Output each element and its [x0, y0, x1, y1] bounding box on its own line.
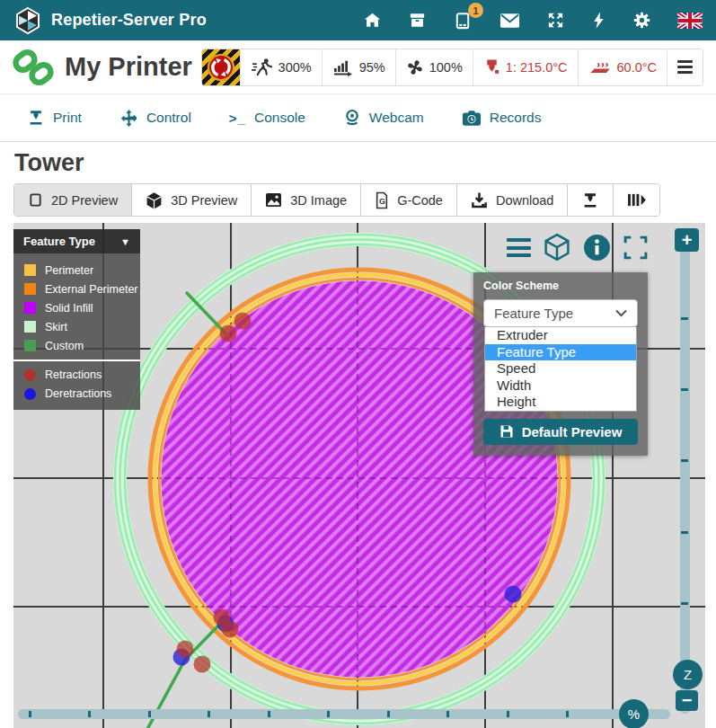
legend-marker-swatch	[24, 388, 36, 400]
power-icon[interactable]	[591, 11, 606, 30]
color-scheme-option[interactable]: Height	[485, 394, 636, 411]
legend-item-label: Custom	[45, 340, 84, 352]
speed-icon	[251, 58, 273, 76]
heated-bed-icon	[588, 58, 612, 76]
bed-temp-button[interactable]: 60.0°C	[578, 49, 667, 85]
color-scheme-option[interactable]: Width	[485, 377, 636, 395]
flow-icon	[332, 58, 354, 76]
fan-value: 100%	[429, 60, 463, 75]
chevron-down-icon	[615, 309, 627, 317]
slider-tick	[208, 711, 210, 717]
color-scheme-selected-value: Feature Type	[494, 306, 573, 321]
app-logo-icon	[13, 6, 42, 35]
legend-header[interactable]: Feature Type ▼	[13, 229, 140, 253]
view-3d-preview-button[interactable]: 3D Preview	[131, 184, 251, 216]
app-title: Repetier-Server Pro	[51, 11, 207, 30]
print-job-button[interactable]	[567, 184, 613, 216]
percent-mode-button[interactable]: %	[619, 699, 649, 728]
printer-status-toolbar: 300% 95%	[201, 49, 703, 86]
job-title: Tower	[14, 149, 716, 177]
speed-multiplier-button[interactable]: 300%	[240, 49, 322, 85]
chevron-down-icon: ▼	[120, 236, 130, 247]
extruder-temp-button[interactable]: 1: 215.0°C	[473, 49, 578, 85]
zoom-out-button[interactable]: −	[676, 690, 698, 711]
slider-tick	[681, 459, 688, 462]
app-brand[interactable]: Repetier-Server Pro	[13, 6, 207, 35]
slider-tick	[566, 711, 569, 717]
flow-multiplier-button[interactable]: 95%	[322, 49, 395, 85]
button-label: 2D Preview	[51, 193, 118, 208]
extruder-temp-value: 1: 215.0°C	[506, 60, 568, 75]
tab-webcam[interactable]: Webcam	[343, 109, 424, 127]
tab-control[interactable]: Control	[119, 109, 191, 128]
flow-value: 95%	[359, 60, 385, 75]
tab-records[interactable]: Records	[462, 110, 542, 127]
preview-menu-button[interactable]	[507, 238, 531, 257]
default-preview-button[interactable]: Default Preview	[483, 419, 638, 445]
slider-tick	[88, 711, 91, 717]
button-label: 3D Image	[290, 193, 347, 208]
color-scheme-select[interactable]: Feature Type	[483, 299, 638, 327]
color-scheme-option[interactable]: Speed	[485, 360, 636, 377]
gcode-file-icon: G	[375, 191, 389, 209]
legend-item: Perimeter	[13, 261, 140, 280]
preview-info-button[interactable]	[583, 234, 611, 262]
legend-item: Custom	[13, 336, 140, 355]
message-count-badge: 1	[468, 3, 483, 18]
preview-3d-mode-button[interactable]	[543, 233, 571, 262]
cube-icon	[146, 191, 163, 209]
speed-value: 300%	[278, 60, 312, 75]
view-3d-image-button[interactable]: 3D Image	[251, 184, 360, 216]
horizontal-progress-slider[interactable]	[18, 709, 670, 719]
tab-print[interactable]: Print	[27, 109, 82, 127]
z-mode-button[interactable]: Z	[673, 660, 703, 689]
legend-item-label: Perimeter	[45, 264, 93, 277]
view-2d-preview-button[interactable]: 2D Preview	[14, 184, 131, 216]
color-scheme-panel: Color Scheme Feature Type ExtruderFeatur…	[473, 272, 648, 456]
image-icon	[265, 192, 282, 208]
mail-icon[interactable]	[499, 13, 520, 29]
tab-label: Control	[146, 110, 191, 126]
emergency-stop-button[interactable]	[202, 49, 240, 85]
printer-nozzle-icon	[581, 191, 599, 209]
zoom-in-button[interactable]: +	[675, 228, 699, 252]
button-label: Download	[496, 193, 554, 208]
printer-menu-button[interactable]	[667, 49, 703, 85]
printer-link-icon[interactable]	[13, 47, 54, 88]
layers-play-icon	[627, 192, 646, 208]
legend-item-label: External Perimeter	[45, 283, 138, 296]
gcode-2d-preview-canvas[interactable]: Feature Type ▼ PerimeterExternal Perimet…	[13, 223, 705, 728]
emergency-stop-icon	[202, 49, 240, 86]
slider-tick	[681, 531, 688, 534]
fan-speed-button[interactable]: 100%	[395, 49, 473, 85]
gcode-button[interactable]: G G-Code	[360, 184, 456, 216]
tab-console[interactable]: >_ Console	[229, 110, 305, 126]
webcam-icon	[343, 109, 361, 127]
slider-tick	[446, 711, 449, 717]
gear-icon[interactable]	[632, 11, 651, 30]
menu-icon	[507, 238, 531, 257]
deretraction-dot	[505, 586, 522, 603]
slider-tick	[327, 711, 330, 717]
archive-box-icon[interactable]	[408, 11, 427, 30]
color-scheme-option[interactable]: Extruder	[485, 327, 636, 344]
tab-label: Webcam	[369, 110, 424, 126]
preview-overlay-controls	[507, 233, 649, 262]
home-icon[interactable]	[363, 11, 382, 30]
download-button[interactable]: Download	[456, 184, 568, 216]
slider-tick	[29, 711, 31, 717]
expand-icon[interactable]	[546, 11, 565, 30]
legend-color-swatch	[24, 302, 36, 314]
cube-wireframe-icon	[543, 233, 571, 262]
language-flag-uk-icon[interactable]	[677, 13, 703, 29]
layer-play-button[interactable]	[613, 184, 659, 216]
bed-temp-value: 60.0°C	[617, 60, 658, 75]
retraction-dot	[177, 641, 194, 658]
color-scheme-option[interactable]: Feature Type	[485, 344, 636, 361]
button-label: 3D Preview	[171, 193, 237, 208]
retraction-dot	[222, 621, 239, 638]
legend-item: Solid Infill	[13, 298, 140, 317]
vertical-layer-slider[interactable]	[680, 235, 690, 714]
print-queue-icon[interactable]: 1	[453, 10, 473, 31]
fullscreen-button[interactable]	[623, 235, 649, 261]
